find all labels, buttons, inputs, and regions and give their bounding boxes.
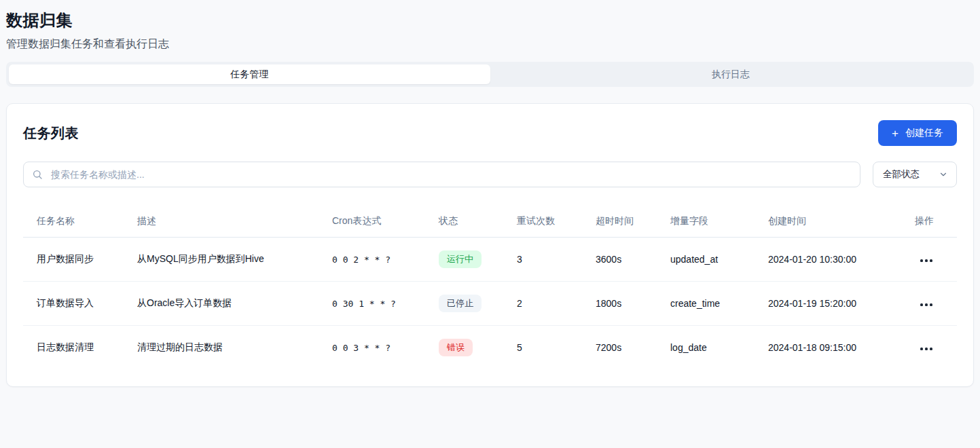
cron-cell: 0 0 2 * * ? — [319, 238, 425, 282]
card-header: 任务列表 + 创建任务 — [23, 120, 957, 146]
task-name-cell: 日志数据清理 — [23, 326, 124, 370]
header-actions: 操作 — [891, 206, 957, 238]
task-description-cell: 从Oracle导入订单数据 — [124, 282, 319, 326]
status-cell: 已停止 — [425, 282, 503, 326]
search-input[interactable] — [23, 162, 860, 187]
task-name-cell: 用户数据同步 — [23, 238, 124, 282]
actions-cell — [891, 238, 957, 282]
task-list-card: 任务列表 + 创建任务 全部状态 — [6, 103, 974, 387]
more-horizontal-icon — [920, 348, 923, 350]
table-header: 任务名称 描述 Cron表达式 状态 重试次数 超时时间 增量字段 创建时间 操… — [23, 206, 957, 238]
chevron-down-icon — [939, 170, 948, 179]
filter-row: 全部状态 — [23, 162, 957, 187]
page-subtitle: 管理数据归集任务和查看执行日志 — [6, 37, 974, 52]
task-name-cell: 订单数据导入 — [23, 282, 124, 326]
retry-count-cell: 3 — [503, 238, 582, 282]
timeout-cell: 1800s — [582, 282, 657, 326]
task-table: 任务名称 描述 Cron表达式 状态 重试次数 超时时间 增量字段 创建时间 操… — [23, 206, 957, 370]
more-horizontal-icon — [920, 259, 923, 262]
task-description-cell: 清理过期的日志数据 — [124, 326, 319, 370]
more-actions-button[interactable] — [919, 299, 934, 310]
tab-task-management[interactable]: 任务管理 — [9, 64, 490, 84]
status-filter-select[interactable]: 全部状态 — [873, 162, 957, 187]
timeout-cell: 7200s — [582, 326, 657, 370]
plus-icon: + — [892, 128, 899, 139]
retry-count-cell: 2 — [503, 282, 582, 326]
cron-cell: 0 30 1 * * ? — [319, 282, 425, 326]
incremental-field-cell: log_date — [657, 326, 755, 370]
header-task-name: 任务名称 — [23, 206, 124, 238]
actions-cell — [891, 282, 957, 326]
cron-expression: 0 30 1 * * ? — [332, 299, 396, 309]
header-status: 状态 — [425, 206, 503, 238]
search-box — [23, 162, 860, 187]
status-cell: 错误 — [425, 326, 503, 370]
create-task-button[interactable]: + 创建任务 — [878, 120, 957, 146]
tab-execution-logs[interactable]: 执行日志 — [490, 64, 972, 84]
header-description: 描述 — [124, 206, 319, 238]
page-title: 数据归集 — [6, 10, 974, 31]
incremental-field-cell: create_time — [657, 282, 755, 326]
page-container: 数据归集 管理数据归集任务和查看执行日志 任务管理 执行日志 任务列表 + 创建… — [0, 0, 980, 387]
more-actions-button[interactable] — [919, 255, 934, 266]
created-time-cell: 2024-01-20 10:30:00 — [755, 238, 891, 282]
task-description-cell: 从MySQL同步用户数据到Hive — [124, 238, 319, 282]
header-cron: Cron表达式 — [319, 206, 425, 238]
status-badge: 错误 — [439, 339, 473, 356]
cron-cell: 0 0 3 * * ? — [319, 326, 425, 370]
cron-expression: 0 0 3 * * ? — [332, 343, 391, 353]
search-icon — [32, 169, 43, 180]
table-body: 用户数据同步 从MySQL同步用户数据到Hive 0 0 2 * * ? 运行中… — [23, 238, 957, 370]
create-task-button-label: 创建任务 — [905, 127, 943, 139]
table-row: 订单数据导入 从Oracle导入订单数据 0 30 1 * * ? 已停止 2 … — [23, 282, 957, 326]
header-created-time: 创建时间 — [755, 206, 891, 238]
header-timeout: 超时时间 — [582, 206, 657, 238]
more-actions-button[interactable] — [919, 343, 934, 354]
status-cell: 运行中 — [425, 238, 503, 282]
retry-count-cell: 5 — [503, 326, 582, 370]
actions-cell — [891, 326, 957, 370]
header-incremental-field: 增量字段 — [657, 206, 755, 238]
timeout-cell: 3600s — [582, 238, 657, 282]
status-filter-value: 全部状态 — [883, 168, 920, 181]
table-row: 日志数据清理 清理过期的日志数据 0 0 3 * * ? 错误 5 7200s … — [23, 326, 957, 370]
incremental-field-cell: updated_at — [657, 238, 755, 282]
status-badge: 已停止 — [439, 295, 482, 312]
created-time-cell: 2024-01-18 09:15:00 — [755, 326, 891, 370]
cron-expression: 0 0 2 * * ? — [332, 255, 391, 265]
more-horizontal-icon — [920, 303, 923, 306]
status-badge: 运行中 — [439, 250, 482, 268]
created-time-cell: 2024-01-19 15:20:00 — [755, 282, 891, 326]
header-retries: 重试次数 — [503, 206, 582, 238]
tab-bar: 任务管理 执行日志 — [6, 62, 974, 87]
table-row: 用户数据同步 从MySQL同步用户数据到Hive 0 0 2 * * ? 运行中… — [23, 238, 957, 282]
card-title: 任务列表 — [23, 124, 79, 143]
